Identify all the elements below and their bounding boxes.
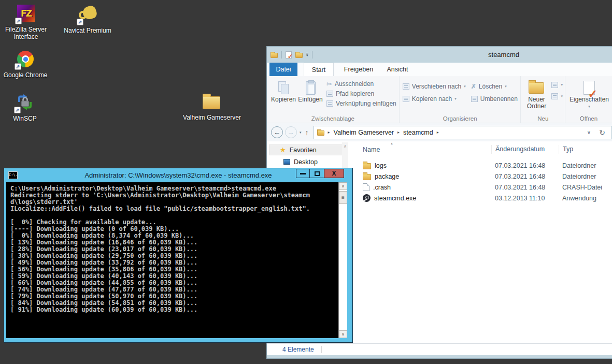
- forward-button[interactable]: ←: [285, 126, 297, 138]
- minimize-button[interactable]: [296, 169, 310, 178]
- desktop-icon-valheim-gameserver[interactable]: Valheim Gameserver: [178, 92, 246, 121]
- shortcut-arrow-icon: ↗: [77, 19, 83, 25]
- desktop-icon-label: Navicat Premium: [64, 27, 111, 34]
- status-bar: 4 Elemente: [267, 343, 612, 355]
- nav-item-desktop[interactable]: Desktop: [267, 156, 349, 167]
- dropdown-icon: ▾: [561, 94, 563, 98]
- shortcut-arrow-icon: ↗: [15, 63, 21, 70]
- easy-access-icon: [551, 93, 558, 99]
- refresh-icon[interactable]: ↻: [599, 128, 605, 137]
- file-row-steamcmd[interactable]: steamcmd.exe 03.12.2013 11:10 Anwendung: [349, 193, 612, 203]
- move-to-button[interactable]: Verschieben nach ▾: [403, 82, 466, 91]
- tab-ansicht[interactable]: Ansicht: [383, 63, 411, 76]
- paste-button[interactable]: Einfügen: [297, 78, 324, 103]
- file-row-package[interactable]: package 07.03.2021 16:48 Dateiordner: [349, 171, 612, 182]
- copy-button[interactable]: Kopieren: [270, 78, 297, 103]
- desktop-icon-navicat[interactable]: ↗ Navicat Premium: [59, 5, 116, 34]
- dropdown-icon: ▾: [454, 97, 457, 101]
- scrollbar-thumb[interactable]: ≡: [339, 191, 347, 204]
- column-header-type[interactable]: Typ: [559, 145, 612, 154]
- tab-datei[interactable]: Datei: [269, 63, 297, 76]
- properties-icon[interactable]: [286, 51, 292, 59]
- new-folder-button[interactable]: Neuer Ordner: [524, 78, 549, 110]
- breadcrumb-valheim[interactable]: Valheim Gameserver: [334, 129, 394, 136]
- cut-button[interactable]: ✂ Ausschneiden: [326, 80, 396, 88]
- tab-start[interactable]: Start: [304, 63, 334, 76]
- dropdown-icon: ▾: [561, 83, 563, 87]
- tab-freigeben[interactable]: Freigeben: [342, 63, 375, 76]
- desktop-icon-chrome[interactable]: ↗ Google Chrome: [0, 50, 54, 79]
- desktop-mini-icon: [283, 159, 290, 165]
- dropdown-icon: ▾: [505, 84, 507, 89]
- folder-icon: [203, 92, 221, 111]
- new-item-icon: [551, 82, 558, 88]
- column-header-date[interactable]: Änderungsdatum: [491, 145, 559, 154]
- file-list: ▲ Name Änderungsdatum Typ logs 07.03.202…: [349, 141, 612, 343]
- up-button[interactable]: ↑: [305, 128, 309, 137]
- desktop-icon-label: Google Chrome: [4, 71, 48, 79]
- breadcrumb-steamcmd[interactable]: steamcmd: [403, 129, 433, 136]
- easy-access-button[interactable]: ▾: [551, 92, 563, 100]
- address-dropdown-icon[interactable]: ∨: [587, 129, 591, 135]
- copy-to-button[interactable]: Kopieren nach ▾: [403, 95, 466, 103]
- desktop-icon-winscp[interactable]: ↗ WinSCP: [0, 93, 53, 122]
- steam-icon: [363, 194, 371, 202]
- console-text: C:\Users\Administrator\Desktop\Valheim G…: [6, 182, 347, 313]
- maximize-button[interactable]: [309, 169, 324, 178]
- ribbon-group-new: Neuer Ordner ▾ ▾ Neu: [521, 76, 565, 123]
- paste-shortcut-icon: [326, 100, 333, 107]
- group-label-organize: Organisieren: [400, 115, 521, 122]
- sort-ascending-icon[interactable]: ▲: [390, 142, 393, 145]
- cmd-titlebar: C:\. Administrator: C:\Windows\system32\…: [4, 168, 352, 182]
- scissors-icon: ✂: [326, 80, 332, 88]
- chrome-icon: ↗: [16, 50, 35, 68]
- winscp-icon: ↗: [16, 93, 34, 112]
- new-folder-icon[interactable]: [295, 53, 303, 58]
- new-item-button[interactable]: ▾: [551, 81, 563, 89]
- qat-dropdown-icon[interactable]: ▾: [306, 53, 308, 57]
- paste-shortcut-button[interactable]: Verknüpfung einfügen: [326, 99, 396, 108]
- item-count: 4 Elemente: [282, 346, 314, 353]
- scroll-down-icon[interactable]: ∨: [339, 330, 347, 338]
- properties-icon: [583, 81, 595, 95]
- console-scrollbar[interactable]: ∧ ≡ ∨: [338, 182, 347, 338]
- ribbon-group-organize: Verschieben nach ▾ Kopieren nach ▾ ✗ Lös…: [400, 76, 521, 123]
- folder-icon[interactable]: [271, 53, 278, 58]
- back-button[interactable]: ←: [271, 126, 283, 138]
- group-label-new: Neu: [521, 115, 565, 122]
- nav-item-favorites[interactable]: ★ Favoriten: [269, 144, 347, 155]
- history-dropdown-icon[interactable]: ▾: [300, 130, 302, 135]
- cmd-window: C:\. Administrator: C:\Windows\system32\…: [4, 168, 352, 342]
- copy-path-button[interactable]: Pfad kopieren: [326, 90, 396, 98]
- shortcut-arrow-icon: ↗: [15, 18, 22, 24]
- scroll-up-icon[interactable]: ∧: [339, 182, 347, 190]
- desktop-icon-filezilla[interactable]: FZ ↗ FileZilla Server Interface: [0, 4, 54, 40]
- folder-icon: [363, 163, 371, 169]
- rename-button[interactable]: Umbenennen: [471, 95, 518, 103]
- copy-to-icon: [403, 96, 409, 102]
- filezilla-icon: FZ ↗: [17, 4, 35, 23]
- close-button[interactable]: X: [324, 169, 344, 178]
- quick-access-toolbar: ▾: [271, 51, 312, 59]
- file-row-logs[interactable]: logs 07.03.2021 16:48 Dateiordner: [349, 160, 612, 171]
- properties-button[interactable]: Eigenschaften ▾: [568, 78, 610, 110]
- desktop-icon-label: FileZilla Server Interface: [0, 26, 54, 40]
- address-bar[interactable]: ▸ Valheim Gameserver ▸ steamcmd ▸ ∨ ↻: [314, 126, 612, 139]
- minimize-icon: [300, 173, 306, 174]
- group-label-open: Öffnen: [565, 115, 612, 122]
- paste-icon: [306, 81, 316, 95]
- column-header-name[interactable]: Name: [349, 146, 491, 153]
- desktop: FZ ↗ FileZilla Server Interface ↗ Navica…: [0, 0, 612, 364]
- ribbon: Kopieren Einfügen ✂ Ausschneiden Pfad ko…: [267, 76, 612, 123]
- maximize-icon: [315, 171, 320, 176]
- window-title: steamcmd: [465, 51, 543, 59]
- move-to-icon: [403, 83, 409, 90]
- delete-button[interactable]: ✗ Löschen ▾: [471, 82, 518, 91]
- copy-path-icon: [326, 91, 333, 97]
- shortcut-arrow-icon: ↗: [14, 107, 21, 113]
- file-row-crash[interactable]: .crash 07.03.2021 16:48 CRASH-Datei: [349, 182, 612, 193]
- folder-icon: [363, 174, 371, 180]
- explorer-titlebar: ▾ steamcmd: [267, 47, 612, 63]
- console: C:\Users\Administrator\Desktop\Valheim G…: [6, 182, 347, 338]
- folder-icon: [317, 130, 324, 136]
